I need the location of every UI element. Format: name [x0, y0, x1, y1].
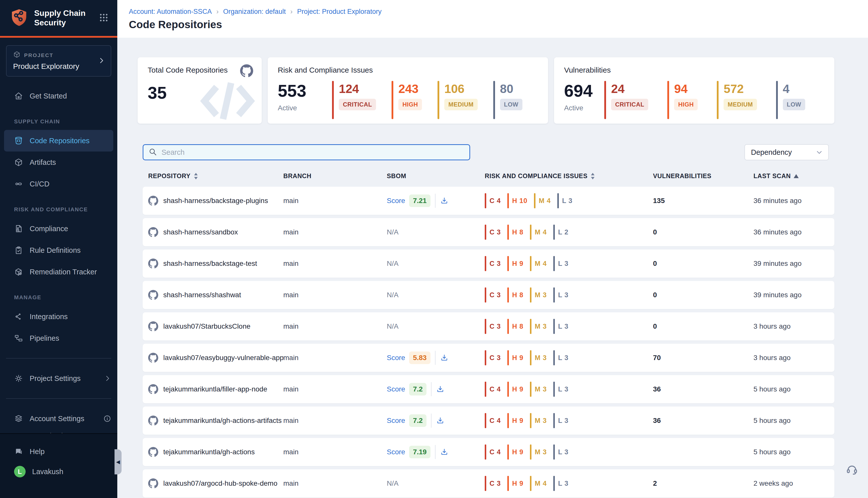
table-row[interactable]: lavakush07/argocd-hub-spoke-demomainN/AC… — [143, 469, 834, 498]
table-row[interactable]: shash-harness/sandboxmainN/AC 3H 8M 4L 2… — [143, 218, 834, 246]
user-name: Lavakush — [32, 468, 63, 476]
severity-block-critical: 24CRITICAL — [604, 81, 648, 119]
sidebar-collapse-handle[interactable]: ◀ — [115, 449, 122, 474]
risk-chip-bar — [485, 193, 486, 208]
sbom-download-button[interactable] — [440, 448, 449, 456]
user-menu[interactable]: L Lavakush — [0, 461, 117, 482]
support-headset-icon[interactable] — [845, 463, 858, 477]
sbom-score-label: Score — [387, 417, 405, 424]
sbom-download-button[interactable] — [436, 416, 444, 425]
sidebar-item-ci-cd[interactable]: CI/CD — [0, 173, 117, 195]
sidebar-item-remediation-tracker[interactable]: Remediation Tracker — [0, 261, 117, 283]
risk-chip-medium: M 3 — [530, 382, 547, 397]
sbom-na-label: N/A — [387, 480, 399, 487]
risk-chip-value: M 4 — [535, 228, 547, 236]
chevron-down-icon — [815, 148, 823, 156]
sidebar-divider — [6, 358, 111, 358]
sort-toggle-icon[interactable] — [193, 173, 198, 180]
sbom-download-button[interactable] — [440, 196, 449, 205]
repo-name: tejakummarikuntla/gh-actions-artifacts — [163, 417, 282, 424]
search-input[interactable] — [161, 148, 464, 157]
sidebar-item-rule-definitions[interactable]: Rule Definitions — [0, 239, 117, 261]
table-row[interactable]: tejakummarikuntla/filler-app-nodemainSco… — [143, 375, 834, 403]
sidebar-item-account-settings[interactable]: Account Settings — [0, 408, 117, 429]
severity-bar — [604, 81, 606, 119]
severity-badge: LOW — [783, 99, 805, 110]
sbom-score-badge: 7.19 — [409, 446, 430, 458]
branch-name: main — [283, 354, 387, 362]
table-row[interactable]: shash-harness/backstage-pluginsmainScore… — [143, 187, 834, 215]
column-header-repo[interactable]: REPOSITORY — [143, 172, 283, 180]
gear-icon — [14, 374, 23, 383]
risk-chip-bar — [530, 476, 532, 491]
toolbar: Dependency — [143, 144, 829, 160]
project-selector[interactable]: PROJECT Product Exploratory — [6, 45, 111, 77]
module-switcher-grid-icon[interactable] — [99, 13, 109, 24]
risk-chip-low: L 3 — [557, 193, 573, 208]
risk-chip-bar — [553, 256, 555, 271]
risk-chip-medium: M 4 — [534, 193, 551, 208]
sidebar-item-get-started[interactable]: Get Started — [0, 85, 117, 107]
vulnerabilities-count: 0 — [653, 228, 753, 236]
sbom-score-badge: 5.83 — [409, 352, 430, 364]
risk-chip-bar — [530, 350, 532, 365]
column-header-risk[interactable]: RISK AND COMPLIANCE ISSUES — [485, 172, 653, 180]
table-row[interactable]: lavakush07/easybuggy-vulnerable-app…main… — [143, 344, 834, 372]
table-header: REPOSITORYBRANCHSBOMRISK AND COMPLIANCE … — [143, 172, 834, 187]
risk-chip-value: C 3 — [490, 228, 501, 236]
sort-toggle-icon[interactable] — [590, 173, 595, 180]
repo-cell: tejakummarikuntla/gh-actions-artifacts — [143, 416, 283, 425]
repo-icon — [14, 136, 23, 145]
table-row[interactable]: tejakummarikuntla/gh-actions-artifactsma… — [143, 407, 834, 435]
last-scan-time: 36 minutes ago — [753, 228, 834, 236]
sidebar-item-integrations[interactable]: Integrations — [0, 306, 117, 327]
risk-chip-bar — [485, 413, 486, 428]
table-row[interactable]: shash-harness/backstage-testmainN/AC 3H … — [143, 249, 834, 278]
vulnerabilities-count: 36 — [653, 385, 753, 393]
risk-chip-critical: C 3 — [485, 225, 501, 240]
branch-name: main — [283, 385, 387, 393]
sidebar-item-label: Account Settings — [30, 415, 84, 423]
risk-chip-bar — [485, 287, 486, 302]
severity-badge: CRITICAL — [339, 99, 376, 110]
breadcrumb-link[interactable]: Organization: default — [223, 8, 286, 16]
breadcrumb-link[interactable]: Project: Product Exploratory — [297, 8, 382, 16]
risk-chip-critical: C 4 — [485, 193, 501, 208]
risk-chip-medium: M 3 — [530, 350, 547, 365]
column-header-label: RISK AND COMPLIANCE ISSUES — [485, 172, 587, 180]
sbom-download-button[interactable] — [436, 385, 444, 393]
risk-chip-value: L 3 — [558, 323, 569, 330]
repo-name: lavakush07/easybuggy-vulnerable-app… — [163, 354, 283, 362]
sidebar-divider — [6, 398, 111, 399]
sidebar-item-label: Rule Definitions — [30, 246, 81, 254]
sort-ascending-icon[interactable] — [794, 174, 799, 178]
sbom-cell: N/A — [387, 260, 485, 267]
risk-chip-bar — [507, 413, 509, 428]
column-header-last_scan[interactable]: LAST SCAN — [753, 172, 834, 180]
table-row[interactable]: tejakummarikuntla/gh-actionsmainScore7.1… — [143, 438, 834, 466]
table-row[interactable]: lavakush07/StarbucksClonemainN/AC 3H 8M … — [143, 312, 834, 340]
cube-icon — [13, 51, 21, 60]
dependency-filter-dropdown[interactable]: Dependency — [745, 144, 829, 160]
sidebar-item-artifacts[interactable]: Artifacts — [0, 152, 117, 173]
risk-issues-cell: C 3H 8M 3L 3 — [485, 319, 653, 334]
sidebar-item-code-repositories[interactable]: Code Repositories — [4, 130, 113, 152]
repo-name: shash-harness/sandbox — [163, 228, 238, 236]
repo-cell: tejakummarikuntla/gh-actions — [143, 447, 283, 457]
info-icon — [103, 415, 111, 423]
risk-chip-low: L 3 — [553, 350, 569, 365]
last-scan-time: 5 hours ago — [753, 448, 834, 456]
breadcrumb-link[interactable]: Account: Automation-SSCA — [129, 8, 212, 16]
table-row[interactable]: shash-harness/shashwatmainN/AC 3H 8M 3L … — [143, 281, 834, 309]
sbom-download-button[interactable] — [440, 354, 449, 362]
risk-chip-bar — [485, 319, 486, 334]
severity-badge: LOW — [500, 99, 522, 110]
risk-chip-value: H 9 — [512, 385, 523, 393]
risk-chip-bar — [507, 256, 509, 271]
severity-block-high: 94HIGH — [667, 81, 698, 119]
sidebar-item-compliance[interactable]: Compliance — [0, 218, 117, 239]
sidebar-item-pipelines[interactable]: Pipelines — [0, 327, 117, 349]
sidebar-item-project-settings[interactable]: Project Settings — [0, 368, 117, 389]
sbom-cell: Score7.2 — [387, 414, 485, 428]
sidebar-item-help[interactable]: ? Help — [0, 442, 117, 461]
